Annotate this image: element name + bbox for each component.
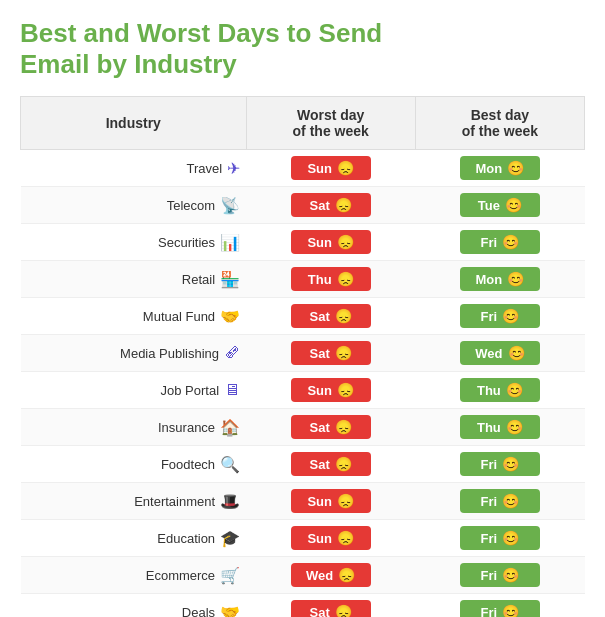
industry-icon: 🏠 (220, 418, 240, 437)
worst-day-label: Sun (307, 161, 332, 176)
industry-icon: 🎓 (220, 529, 240, 548)
best-day-cell: Mon 😊 (415, 150, 584, 187)
sad-emoji: 😞 (335, 345, 352, 361)
best-day-badge: Tue 😊 (460, 193, 540, 217)
worst-day-label: Wed (306, 568, 333, 583)
industry-name: Job Portal (161, 383, 220, 398)
table-row: Telecom 📡 Sat 😞 Tue 😊 (21, 187, 585, 224)
industry-icon: 🎩 (220, 492, 240, 511)
industry-name: Insurance (158, 420, 215, 435)
best-day-badge: Fri 😊 (460, 304, 540, 328)
table-row: Mutual Fund 🤝 Sat 😞 Fri 😊 (21, 298, 585, 335)
happy-emoji: 😊 (502, 234, 519, 250)
industry-cell: Entertainment 🎩 (21, 483, 247, 520)
sad-emoji: 😞 (335, 419, 352, 435)
worst-day-badge: Sun 😞 (291, 489, 371, 513)
happy-emoji: 😊 (502, 493, 519, 509)
worst-day-label: Sat (310, 346, 330, 361)
worst-day-cell: Thu 😞 (246, 261, 415, 298)
worst-day-label: Sun (307, 235, 332, 250)
table-row: Ecommerce 🛒 Wed 😞 Fri 😊 (21, 557, 585, 594)
sad-emoji: 😞 (335, 604, 352, 617)
best-day-cell: Fri 😊 (415, 557, 584, 594)
happy-emoji: 😊 (507, 160, 524, 176)
best-day-badge: Thu 😊 (460, 415, 540, 439)
happy-emoji: 😊 (507, 271, 524, 287)
industry-icon: 🔍 (220, 455, 240, 474)
worst-day-label: Sun (307, 531, 332, 546)
best-day-cell: Tue 😊 (415, 187, 584, 224)
worst-day-badge: Sat 😞 (291, 415, 371, 439)
worst-day-badge: Sun 😞 (291, 230, 371, 254)
worst-day-badge: Sat 😞 (291, 452, 371, 476)
best-day-cell: Fri 😊 (415, 483, 584, 520)
best-day-label: Mon (476, 161, 503, 176)
worst-day-label: Sun (307, 383, 332, 398)
industry-cell: Foodtech 🔍 (21, 446, 247, 483)
industry-name: Ecommerce (146, 568, 215, 583)
industry-icon: 🖥 (224, 381, 240, 399)
best-day-badge: Fri 😊 (460, 230, 540, 254)
best-day-label: Fri (481, 568, 498, 583)
best-day-label: Fri (481, 235, 498, 250)
happy-emoji: 😊 (506, 382, 523, 398)
industry-name: Securities (158, 235, 215, 250)
table-row: Deals 🤝 Sat 😞 Fri 😊 (21, 594, 585, 617)
worst-day-badge: Sun 😞 (291, 378, 371, 402)
worst-day-cell: Sat 😞 (246, 298, 415, 335)
sad-emoji: 😞 (335, 308, 352, 324)
worst-day-label: Sat (310, 457, 330, 472)
sad-emoji: 😞 (337, 493, 354, 509)
industry-name: Telecom (167, 198, 215, 213)
worst-day-label: Sat (310, 198, 330, 213)
best-day-cell: Wed 😊 (415, 335, 584, 372)
worst-day-cell: Sat 😞 (246, 187, 415, 224)
worst-day-label: Sat (310, 420, 330, 435)
worst-day-badge: Sun 😞 (291, 156, 371, 180)
best-day-cell: Thu 😊 (415, 372, 584, 409)
table-row: Job Portal 🖥 Sun 😞 Thu 😊 (21, 372, 585, 409)
worst-day-cell: Sat 😞 (246, 335, 415, 372)
table-row: Securities 📊 Sun 😞 Fri 😊 (21, 224, 585, 261)
industry-name: Media Publishing (120, 346, 219, 361)
worst-day-cell: Sun 😞 (246, 150, 415, 187)
best-day-label: Fri (481, 605, 498, 617)
sad-emoji: 😞 (335, 456, 352, 472)
industry-icon: 🛒 (220, 566, 240, 585)
best-day-label: Fri (481, 494, 498, 509)
happy-emoji: 😊 (502, 456, 519, 472)
worst-day-label: Thu (308, 272, 332, 287)
happy-emoji: 😊 (508, 345, 525, 361)
table-row: Entertainment 🎩 Sun 😞 Fri 😊 (21, 483, 585, 520)
best-day-badge: Mon 😊 (460, 156, 540, 180)
table-row: Foodtech 🔍 Sat 😞 Fri 😊 (21, 446, 585, 483)
worst-day-label: Sat (310, 309, 330, 324)
sad-emoji: 😞 (337, 160, 354, 176)
industry-icon: ✈ (227, 159, 240, 178)
best-day-cell: Thu 😊 (415, 409, 584, 446)
col-best-day: Best day of the week (415, 97, 584, 150)
best-day-cell: Fri 😊 (415, 594, 584, 617)
col-industry: Industry (21, 97, 247, 150)
best-day-cell: Fri 😊 (415, 520, 584, 557)
industry-cell: Education 🎓 (21, 520, 247, 557)
best-day-cell: Fri 😊 (415, 446, 584, 483)
industry-icon: 🤝 (220, 307, 240, 326)
table-row: Education 🎓 Sun 😞 Fri 😊 (21, 520, 585, 557)
worst-day-cell: Sun 😞 (246, 224, 415, 261)
industry-icon: 🏪 (220, 270, 240, 289)
happy-emoji: 😊 (506, 419, 523, 435)
best-day-badge: Fri 😊 (460, 563, 540, 587)
industry-cell: Job Portal 🖥 (21, 372, 247, 409)
happy-emoji: 😊 (502, 308, 519, 324)
table-row: Insurance 🏠 Sat 😞 Thu 😊 (21, 409, 585, 446)
industry-name: Travel (186, 161, 222, 176)
happy-emoji: 😊 (505, 197, 522, 213)
worst-day-label: Sat (310, 605, 330, 617)
industry-name: Entertainment (134, 494, 215, 509)
best-day-label: Thu (477, 420, 501, 435)
industry-name: Mutual Fund (143, 309, 215, 324)
sad-emoji: 😞 (337, 382, 354, 398)
worst-day-badge: Sun 😞 (291, 526, 371, 550)
col-worst-day: Worst day of the week (246, 97, 415, 150)
